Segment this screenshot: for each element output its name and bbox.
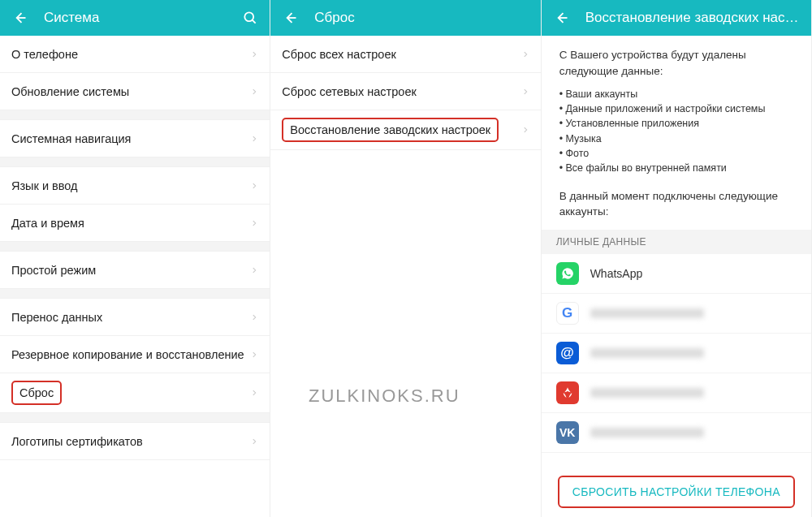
row-label: Логотипы сертификатов bbox=[11, 435, 143, 448]
section-gap bbox=[0, 157, 270, 167]
delete-list-item: Музыка bbox=[559, 131, 793, 146]
panel-reset: Сброс Сброс всех настроекСброс сетевых н… bbox=[270, 0, 541, 517]
row-label: Системная навигация bbox=[11, 132, 131, 145]
row-label: Язык и ввод bbox=[11, 179, 78, 192]
account-row[interactable]: G bbox=[542, 294, 811, 334]
row-label: Сброс всех настроек bbox=[282, 48, 396, 61]
section-gap bbox=[0, 242, 270, 252]
header-title: Система bbox=[44, 10, 240, 26]
account-name-blurred bbox=[590, 348, 704, 358]
account-name-blurred bbox=[590, 308, 704, 318]
chevron-right-icon bbox=[250, 218, 258, 229]
mail-icon: @ bbox=[556, 342, 579, 364]
search-icon bbox=[242, 10, 258, 26]
delete-list-item: Ваши аккаунты bbox=[559, 87, 793, 101]
chevron-right-icon bbox=[250, 180, 258, 192]
settings-row[interactable]: Системная навигация bbox=[0, 120, 270, 157]
chevron-right-icon bbox=[250, 265, 258, 276]
row-label: Перенос данных bbox=[11, 311, 102, 324]
row-label: Сброс bbox=[11, 381, 62, 405]
chevron-right-icon bbox=[250, 133, 258, 144]
chevron-right-icon bbox=[250, 312, 258, 323]
settings-row[interactable]: Дата и время bbox=[0, 205, 270, 242]
row-label: Обновление системы bbox=[11, 85, 129, 98]
row-label: Резервное копирование и восстановление bbox=[11, 348, 244, 361]
chevron-right-icon bbox=[521, 86, 529, 97]
reset-row[interactable]: Сброс всех настроек bbox=[270, 36, 540, 73]
row-label: Дата и время bbox=[11, 217, 84, 230]
account-name: WhatsApp bbox=[590, 267, 643, 280]
svg-point-0 bbox=[245, 12, 254, 21]
settings-row[interactable]: Сброс bbox=[0, 373, 270, 413]
section-title-personal: ЛИЧНЫЕ ДАННЫЕ bbox=[542, 230, 811, 254]
account-name-blurred bbox=[590, 388, 704, 398]
panel2-body: Сброс всех настроекСброс сетевых настрое… bbox=[270, 36, 540, 517]
vk-icon: VK bbox=[556, 421, 579, 444]
reset-row[interactable]: Восстановление заводских настроек bbox=[270, 110, 540, 150]
row-label: О телефоне bbox=[11, 48, 78, 61]
section-gap bbox=[0, 110, 270, 120]
row-label: Восстановление заводских настроек bbox=[282, 118, 499, 142]
header-reset: Сброс bbox=[270, 0, 540, 36]
chevron-right-icon bbox=[521, 49, 529, 60]
panel1-body: О телефонеОбновление системыСистемная на… bbox=[0, 36, 270, 517]
reset-button-wrap: СБРОСИТЬ НАСТРОЙКИ ТЕЛЕФОНА bbox=[542, 453, 811, 516]
back-button[interactable] bbox=[280, 8, 300, 28]
header-factory-reset: Восстановление заводских настроек bbox=[542, 0, 811, 36]
chevron-right-icon bbox=[250, 86, 258, 97]
account-row[interactable]: @ bbox=[542, 334, 811, 373]
delete-list: Ваши аккаунтыДанные приложений и настрой… bbox=[542, 85, 811, 183]
account-row[interactable]: WhatsApp bbox=[542, 254, 811, 294]
chevron-right-icon bbox=[250, 387, 258, 399]
google-icon: G bbox=[556, 302, 579, 325]
delete-list-item: Установленные приложения bbox=[559, 116, 793, 131]
settings-row[interactable]: Простой режим bbox=[0, 252, 270, 289]
chevron-right-icon bbox=[521, 124, 529, 136]
settings-row[interactable]: Язык и ввод bbox=[0, 167, 270, 205]
back-button[interactable] bbox=[10, 8, 29, 28]
panel-factory-reset: Восстановление заводских настроек С Ваше… bbox=[542, 0, 812, 517]
accounts-list: WhatsAppG@VK bbox=[542, 254, 811, 453]
chevron-right-icon bbox=[250, 49, 258, 60]
row-label: Простой режим bbox=[11, 264, 96, 277]
settings-row[interactable]: Резервное копирование и восстановление bbox=[0, 336, 270, 373]
reset-phone-button[interactable]: СБРОСИТЬ НАСТРОЙКИ ТЕЛЕФОНА bbox=[558, 476, 795, 508]
whatsapp-icon bbox=[556, 262, 579, 285]
settings-row[interactable]: Логотипы сертификатов bbox=[0, 423, 270, 460]
accounts-note: В данный момент подключены следующие акк… bbox=[542, 183, 811, 230]
chevron-right-icon bbox=[250, 436, 258, 447]
delete-list-item: Все файлы во внутренней памяти bbox=[559, 161, 793, 175]
delete-list-item: Данные приложений и настройки системы bbox=[559, 101, 793, 116]
chevron-right-icon bbox=[250, 349, 258, 360]
header-title: Сброс bbox=[314, 10, 530, 26]
arrow-left-icon bbox=[282, 10, 298, 26]
huawei-icon bbox=[556, 381, 579, 404]
settings-row[interactable]: О телефоне bbox=[0, 36, 270, 73]
settings-row[interactable]: Обновление системы bbox=[0, 73, 270, 110]
back-button[interactable] bbox=[551, 8, 571, 28]
settings-row[interactable]: Перенос данных bbox=[0, 299, 270, 336]
account-name-blurred bbox=[590, 428, 704, 437]
panel-system: Система О телефонеОбновление системыСист… bbox=[0, 0, 270, 517]
delete-list-item: Фото bbox=[559, 146, 793, 161]
account-row[interactable]: VK bbox=[542, 413, 811, 453]
section-gap bbox=[0, 289, 270, 299]
reset-row[interactable]: Сброс сетевых настроек bbox=[270, 73, 540, 110]
arrow-left-icon bbox=[553, 10, 569, 26]
panel3-body: С Вашего устройства будут удалены следую… bbox=[542, 36, 811, 517]
account-row[interactable] bbox=[542, 373, 811, 413]
header-title: Восстановление заводских настроек bbox=[585, 10, 801, 26]
search-button[interactable] bbox=[240, 8, 260, 28]
header-system: Система bbox=[0, 0, 270, 36]
row-label: Сброс сетевых настроек bbox=[282, 85, 416, 98]
arrow-left-icon bbox=[11, 10, 28, 26]
section-gap bbox=[0, 413, 270, 423]
intro-text: С Вашего устройства будут удалены следую… bbox=[542, 47, 811, 85]
